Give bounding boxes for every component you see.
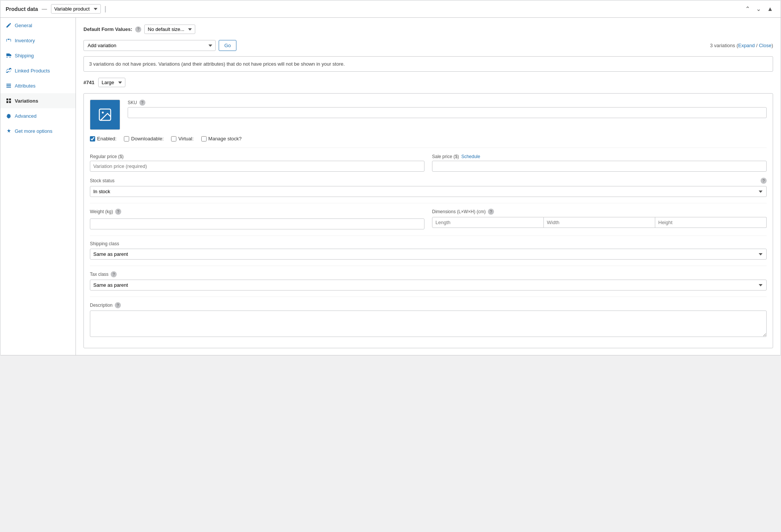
variation-top: SKU ? xyxy=(90,100,767,130)
width-input[interactable] xyxy=(544,217,655,228)
svg-rect-0 xyxy=(6,84,11,85)
downloadable-checkbox[interactable] xyxy=(124,136,129,141)
downloadable-checkbox-label[interactable]: Downloadable: xyxy=(124,136,164,141)
svg-rect-4 xyxy=(9,98,11,100)
regular-price-label: Regular price ($) xyxy=(90,154,424,159)
variation-add-row: Add variation Go 3 variations (Expand / … xyxy=(83,40,773,51)
variation-add-left: Add variation Go xyxy=(83,40,236,51)
sidebar-item-linked-products[interactable]: Linked Products xyxy=(0,63,76,78)
warning-notice: 3 variations do not have prices. Variati… xyxy=(83,56,773,72)
default-form-select[interactable]: No default size... xyxy=(144,25,195,34)
close-link[interactable]: Close xyxy=(759,43,771,48)
separator-4 xyxy=(90,297,767,297)
sidebar-item-variations[interactable]: Variations xyxy=(0,93,76,108)
price-row: Regular price ($) Sale price ($) Schedul… xyxy=(90,154,767,172)
truck-icon xyxy=(6,52,12,58)
product-data-body: General Inventory Shipping xyxy=(0,18,781,355)
link-icon xyxy=(6,68,12,74)
height-input[interactable] xyxy=(655,217,767,228)
collapse-up-button[interactable]: ⌃ xyxy=(743,5,752,13)
variation-image[interactable] xyxy=(90,100,120,130)
virtual-checkbox-label[interactable]: Virtual: xyxy=(171,136,193,141)
variation-id: #741 xyxy=(83,80,94,85)
separator-1 xyxy=(90,203,767,203)
length-input[interactable] xyxy=(432,217,544,228)
tax-class-select[interactable]: Same as parent xyxy=(90,280,767,291)
product-data-header: Product data — Variable product | ⌃ ⌄ ▲ xyxy=(0,0,781,18)
collapse-down-button[interactable]: ⌄ xyxy=(754,5,763,13)
shipping-class-section: Shipping class Same as parent xyxy=(90,241,767,260)
sidebar-item-advanced-label: Advanced xyxy=(15,113,37,119)
dimensions-label: Dimensions (L×W×H) (cm) ? xyxy=(432,209,767,215)
variations-count-text: 3 variations (Expand / Close) xyxy=(710,43,773,48)
pencil-icon xyxy=(6,22,12,28)
schedule-link[interactable]: Schedule xyxy=(461,154,480,159)
sidebar-item-get-more-options-label: Get more options xyxy=(15,128,52,134)
sidebar-item-advanced[interactable]: Advanced xyxy=(0,108,76,123)
separator-2 xyxy=(90,235,767,236)
sidebar: General Inventory Shipping xyxy=(0,18,76,355)
manage-stock-checkbox-label[interactable]: Manage stock? xyxy=(201,136,242,141)
weight-help-icon[interactable]: ? xyxy=(115,209,121,215)
sku-input[interactable] xyxy=(128,107,767,118)
stock-status-label: Stock status ? xyxy=(90,178,767,184)
checkboxes-row: Enabled: Downloadable: Virtual: Manage s… xyxy=(90,136,767,148)
main-content: Default Form Values: ? No default size..… xyxy=(76,18,781,355)
separator-line: | xyxy=(105,5,106,13)
svg-rect-3 xyxy=(6,98,8,100)
header-dash: — xyxy=(42,6,47,12)
sidebar-item-shipping[interactable]: Shipping xyxy=(0,48,76,63)
add-variation-select[interactable]: Add variation xyxy=(83,40,216,51)
dimensions-help-icon[interactable]: ? xyxy=(488,209,494,215)
go-button[interactable]: Go xyxy=(219,40,236,51)
sidebar-item-get-more-options[interactable]: Get more options xyxy=(0,123,76,138)
description-help-icon[interactable]: ? xyxy=(115,302,121,308)
sale-price-input[interactable] xyxy=(432,161,767,172)
default-form-label: Default Form Values: xyxy=(83,26,132,32)
tax-class-section: Tax class ? Same as parent xyxy=(90,271,767,291)
dim-inputs xyxy=(432,217,767,228)
box-icon xyxy=(6,37,12,43)
shipping-class-label: Shipping class xyxy=(90,241,767,246)
product-type-select[interactable]: Variable product xyxy=(51,4,101,14)
expand-link[interactable]: Expand xyxy=(738,43,755,48)
enabled-checkbox[interactable] xyxy=(90,136,95,141)
header-left: Product data — Variable product | xyxy=(6,4,106,14)
weight-dimensions-row: Weight (kg) ? Dimensions (L×W×H) (cm) ? xyxy=(90,209,767,229)
product-data-panel: Product data — Variable product | ⌃ ⌄ ▲ … xyxy=(0,0,781,355)
description-label: Description ? xyxy=(90,302,767,308)
sidebar-item-attributes[interactable]: Attributes xyxy=(0,78,76,93)
shipping-class-select[interactable]: Same as parent xyxy=(90,249,767,260)
regular-price-input[interactable] xyxy=(90,161,424,172)
svg-point-8 xyxy=(102,112,104,114)
weight-input[interactable] xyxy=(90,218,424,229)
stock-status-select[interactable]: In stock xyxy=(90,186,767,197)
product-data-title: Product data xyxy=(6,6,38,12)
sale-price-label: Sale price ($) Schedule xyxy=(432,154,767,159)
separator-3 xyxy=(90,266,767,266)
stock-status-help-icon[interactable]: ? xyxy=(761,178,767,184)
default-form-row: Default Form Values: ? No default size..… xyxy=(83,25,773,34)
svg-rect-2 xyxy=(6,87,11,88)
grid-icon xyxy=(6,98,12,104)
star-icon xyxy=(6,128,12,134)
description-textarea[interactable] xyxy=(90,311,767,337)
sidebar-item-variations-label: Variations xyxy=(15,98,38,104)
stock-status-section: Stock status ? In stock xyxy=(90,178,767,197)
sidebar-item-general[interactable]: General xyxy=(0,18,76,33)
variation-size-select[interactable]: Large xyxy=(98,78,125,87)
expand-button[interactable]: ▲ xyxy=(765,5,775,13)
dimensions-section: Dimensions (L×W×H) (cm) ? xyxy=(432,209,767,229)
sidebar-item-shipping-label: Shipping xyxy=(15,53,34,58)
virtual-checkbox[interactable] xyxy=(171,136,176,141)
list-icon xyxy=(6,83,12,89)
enabled-checkbox-label[interactable]: Enabled: xyxy=(90,136,116,141)
tax-class-help-icon[interactable]: ? xyxy=(111,271,117,277)
gear-icon xyxy=(6,113,12,119)
default-form-help-icon[interactable]: ? xyxy=(135,26,141,32)
sidebar-item-inventory[interactable]: Inventory xyxy=(0,33,76,48)
sku-section: SKU ? xyxy=(128,100,767,118)
manage-stock-checkbox[interactable] xyxy=(201,136,207,141)
svg-rect-6 xyxy=(9,101,11,103)
sku-help-icon[interactable]: ? xyxy=(139,100,145,106)
